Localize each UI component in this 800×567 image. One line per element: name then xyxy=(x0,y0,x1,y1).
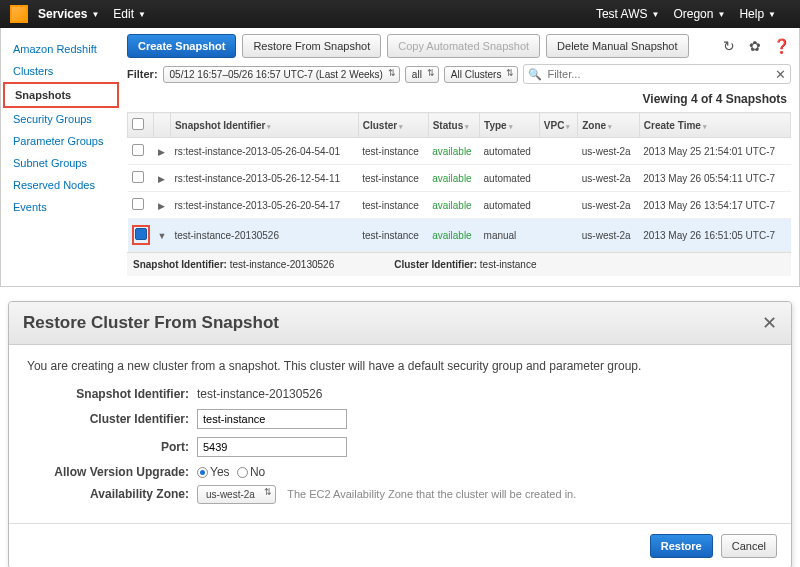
cell-vpc xyxy=(539,165,577,192)
cell-zone: us-west-2a xyxy=(578,219,640,252)
cell-vpc xyxy=(539,192,577,219)
modal-title: Restore Cluster From Snapshot xyxy=(23,313,762,333)
edit-menu[interactable]: Edit▼ xyxy=(113,7,146,21)
top-nav: Services▼ Edit▼ Test AWS▼ Oregon▼ Help▼ xyxy=(0,0,800,28)
time-range-select[interactable]: 05/12 16:57–05/26 16:57 UTC-7 (Last 2 We… xyxy=(163,66,400,83)
row-checkbox[interactable] xyxy=(132,144,144,156)
search-icon: 🔍 xyxy=(528,68,542,81)
viewing-count: Viewing 4 of 4 Snapshots xyxy=(127,88,791,112)
refresh-icon[interactable]: ↻ xyxy=(719,36,739,56)
cell-create-time: 2013 May 26 16:51:05 UTC-7 xyxy=(639,219,790,252)
port-label: Port: xyxy=(27,440,197,454)
help-icon[interactable]: ❓ xyxy=(771,36,791,56)
aws-logo-icon xyxy=(10,5,28,23)
sidebar-item-parameter-groups[interactable]: Parameter Groups xyxy=(9,130,119,152)
services-menu[interactable]: Services▼ xyxy=(38,7,99,21)
expand-icon[interactable]: ▶ xyxy=(158,201,165,211)
region-menu[interactable]: Oregon▼ xyxy=(673,7,725,21)
cell-status: available xyxy=(428,192,479,219)
version-upgrade-label: Allow Version Upgrade: xyxy=(27,465,197,479)
filter-label: Filter: xyxy=(127,68,158,80)
port-input[interactable] xyxy=(197,437,347,457)
filter-bar: Filter: 05/12 16:57–05/26 16:57 UTC-7 (L… xyxy=(127,64,791,84)
col-snapshot-id[interactable]: Snapshot Identifier▾ xyxy=(170,113,358,138)
sidebar-item-snapshots[interactable]: Snapshots xyxy=(3,82,119,108)
col-status[interactable]: Status▾ xyxy=(428,113,479,138)
cell-vpc xyxy=(539,219,577,252)
snapshots-table: Snapshot Identifier▾ Cluster▾ Status▾ Ty… xyxy=(127,112,791,252)
account-menu[interactable]: Test AWS▼ xyxy=(596,7,660,21)
sidebar-item-redshift[interactable]: Amazon Redshift xyxy=(9,38,119,60)
sidebar: Amazon Redshift Clusters Snapshots Secur… xyxy=(1,28,119,286)
delete-manual-snapshot-button[interactable]: Delete Manual Snapshot xyxy=(546,34,688,58)
cluster-id-label: Cluster Identifier: xyxy=(27,412,197,426)
sidebar-item-clusters[interactable]: Clusters xyxy=(9,60,119,82)
help-menu[interactable]: Help▼ xyxy=(739,7,776,21)
expand-icon[interactable]: ▼ xyxy=(158,231,167,241)
col-type[interactable]: Type▾ xyxy=(480,113,540,138)
search-box[interactable]: 🔍 ✕ xyxy=(523,64,791,84)
cell-type: automated xyxy=(480,165,540,192)
restore-from-snapshot-button[interactable]: Restore From Snapshot xyxy=(242,34,381,58)
az-select[interactable]: us-west-2a xyxy=(197,485,276,504)
cell-cluster: test-instance xyxy=(358,192,428,219)
az-hint: The EC2 Availability Zone that the clust… xyxy=(287,488,576,500)
cluster-filter-select[interactable]: All Clusters xyxy=(444,66,519,83)
sidebar-item-events[interactable]: Events xyxy=(9,196,119,218)
search-input[interactable] xyxy=(545,66,775,82)
detail-panel: Snapshot Identifier: test-instance-20130… xyxy=(127,252,791,276)
cell-status: available xyxy=(428,219,479,252)
col-create-time[interactable]: Create Time▾ xyxy=(639,113,790,138)
table-row[interactable]: ▶rs:test-instance-2013-05-26-20-54-17tes… xyxy=(128,192,791,219)
upgrade-yes-radio[interactable] xyxy=(197,467,208,478)
table-row[interactable]: ▼test-instance-20130526test-instanceavai… xyxy=(128,219,791,252)
col-vpc[interactable]: VPC▾ xyxy=(539,113,577,138)
cell-snapshot-id: test-instance-20130526 xyxy=(170,219,358,252)
col-zone[interactable]: Zone▾ xyxy=(578,113,640,138)
snapshot-id-value: test-instance-20130526 xyxy=(197,387,773,401)
row-checkbox[interactable] xyxy=(135,228,147,240)
copy-automated-snapshot-button[interactable]: Copy Automated Snapshot xyxy=(387,34,540,58)
cell-snapshot-id: rs:test-instance-2013-05-26-20-54-17 xyxy=(170,192,358,219)
az-label: Availability Zone: xyxy=(27,487,197,501)
sidebar-item-subnet-groups[interactable]: Subnet Groups xyxy=(9,152,119,174)
select-all-checkbox[interactable] xyxy=(132,118,144,130)
restore-button[interactable]: Restore xyxy=(650,534,713,558)
cell-status: available xyxy=(428,138,479,165)
cancel-button[interactable]: Cancel xyxy=(721,534,777,558)
table-row[interactable]: ▶rs:test-instance-2013-05-26-12-54-11tes… xyxy=(128,165,791,192)
cell-create-time: 2013 May 26 05:54:11 UTC-7 xyxy=(639,165,790,192)
clear-icon[interactable]: ✕ xyxy=(775,67,786,82)
cell-zone: us-west-2a xyxy=(578,138,640,165)
row-checkbox[interactable] xyxy=(132,198,144,210)
cell-status: available xyxy=(428,165,479,192)
expand-icon[interactable]: ▶ xyxy=(158,174,165,184)
create-snapshot-button[interactable]: Create Snapshot xyxy=(127,34,236,58)
row-checkbox[interactable] xyxy=(132,171,144,183)
close-icon[interactable]: ✕ xyxy=(762,312,777,334)
cell-zone: us-west-2a xyxy=(578,192,640,219)
cell-snapshot-id: rs:test-instance-2013-05-26-04-54-01 xyxy=(170,138,358,165)
sidebar-item-security-groups[interactable]: Security Groups xyxy=(9,108,119,130)
modal-description: You are creating a new cluster from a sn… xyxy=(27,359,773,373)
cell-type: manual xyxy=(480,219,540,252)
cell-snapshot-id: rs:test-instance-2013-05-26-12-54-11 xyxy=(170,165,358,192)
restore-modal: Restore Cluster From Snapshot ✕ You are … xyxy=(8,301,792,567)
upgrade-no-radio[interactable] xyxy=(237,467,248,478)
settings-gear-icon[interactable]: ✿ xyxy=(745,36,765,56)
cell-cluster: test-instance xyxy=(358,165,428,192)
cell-cluster: test-instance xyxy=(358,219,428,252)
col-cluster[interactable]: Cluster▾ xyxy=(358,113,428,138)
table-row[interactable]: ▶rs:test-instance-2013-05-26-04-54-01tes… xyxy=(128,138,791,165)
action-toolbar: Create Snapshot Restore From Snapshot Co… xyxy=(127,34,791,58)
cell-zone: us-west-2a xyxy=(578,165,640,192)
cluster-id-input[interactable] xyxy=(197,409,347,429)
type-filter-select[interactable]: all xyxy=(405,66,439,83)
cell-cluster: test-instance xyxy=(358,138,428,165)
cell-vpc xyxy=(539,138,577,165)
expand-icon[interactable]: ▶ xyxy=(158,147,165,157)
cell-type: automated xyxy=(480,192,540,219)
cell-create-time: 2013 May 26 13:54:17 UTC-7 xyxy=(639,192,790,219)
cell-create-time: 2013 May 25 21:54:01 UTC-7 xyxy=(639,138,790,165)
sidebar-item-reserved-nodes[interactable]: Reserved Nodes xyxy=(9,174,119,196)
